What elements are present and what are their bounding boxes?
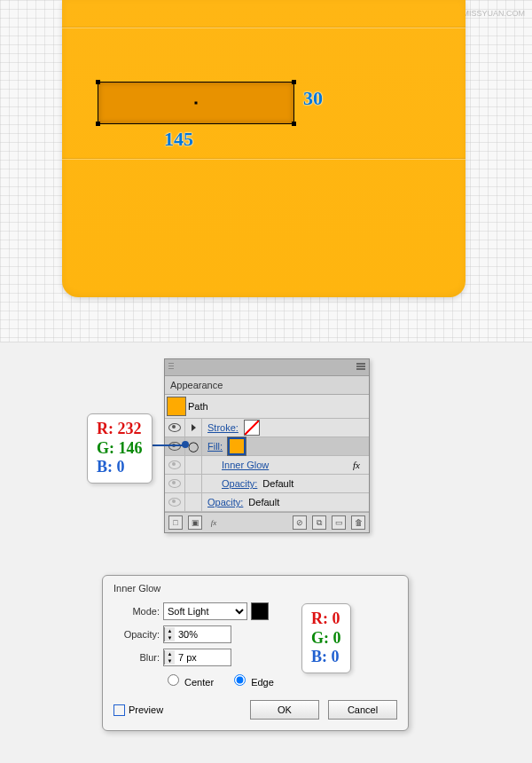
blur-input[interactable] xyxy=(175,650,231,665)
stroke-label[interactable]: Stroke: xyxy=(207,422,239,433)
blur-label: Blur: xyxy=(113,652,160,663)
dialog-title: Inner Glow xyxy=(113,583,397,594)
opacity-field[interactable]: ▲▼ xyxy=(163,625,231,643)
fill-label[interactable]: Fill: xyxy=(207,441,223,452)
effect-name[interactable]: Inner Glow xyxy=(222,460,269,470)
object-opacity-row[interactable]: Opacity: Default xyxy=(165,493,369,512)
fx-icon[interactable]: fx xyxy=(353,460,364,470)
visibility-eye-icon[interactable] xyxy=(168,479,181,488)
width-annotation: 145 xyxy=(164,128,193,151)
new-icon[interactable]: ▭ xyxy=(332,515,346,530)
selected-rectangle[interactable] xyxy=(98,82,294,124)
appearance-panel[interactable]: Appearance Path Stroke: ◯ Fill: xyxy=(164,358,370,533)
visibility-eye-icon[interactable] xyxy=(168,498,181,507)
edge-radio[interactable]: Edge xyxy=(230,672,274,688)
glow-rgb-annotation: R: 0 G: 0 B: 0 xyxy=(301,603,351,673)
panel-footer: □ ▣ fx ⊘ ⧉ ▭ 🗑 xyxy=(165,512,369,532)
opacity-value: Default xyxy=(262,478,293,489)
clear-icon[interactable]: ⊘ xyxy=(293,515,307,530)
glow-color-swatch[interactable] xyxy=(251,602,269,620)
resize-handle[interactable] xyxy=(96,122,100,126)
panel-tab-bar[interactable] xyxy=(165,359,369,376)
visibility-eye-icon[interactable] xyxy=(168,460,181,469)
artwork-card[interactable]: 145 30 xyxy=(62,0,466,297)
effect-row[interactable]: Inner Glow fx xyxy=(165,456,369,475)
opacity-input[interactable] xyxy=(175,627,231,641)
fill-row[interactable]: ◯ Fill: xyxy=(165,437,369,456)
object-swatch[interactable] xyxy=(167,397,186,416)
visibility-eye-icon[interactable] xyxy=(168,442,181,451)
height-annotation: 30 xyxy=(303,87,323,110)
object-type-label: Path xyxy=(188,397,208,415)
mode-label: Mode: xyxy=(113,606,160,617)
panel-title: Appearance xyxy=(165,376,369,395)
fold-line xyxy=(62,158,466,160)
visibility-eye-icon[interactable] xyxy=(168,423,181,432)
appearance-object-row[interactable]: Path xyxy=(165,395,369,419)
panel-grip-icon[interactable] xyxy=(168,363,174,371)
new-art-icon[interactable]: □ xyxy=(168,515,183,530)
layers-icon[interactable]: ▣ xyxy=(188,515,202,530)
checkbox-icon[interactable] xyxy=(113,704,125,716)
center-point[interactable] xyxy=(195,102,198,105)
ok-button[interactable]: OK xyxy=(250,700,319,720)
callout-dot xyxy=(182,441,189,448)
fill-opacity-row[interactable]: Opacity: Default xyxy=(165,475,369,493)
opacity-label[interactable]: Opacity: xyxy=(207,497,243,507)
step-up-icon[interactable]: ▲ xyxy=(164,650,175,657)
opacity-value: Default xyxy=(248,497,279,507)
fill-rgb-annotation: R: 232 G: 146 B: 0 xyxy=(87,413,153,484)
opacity-label: Opacity: xyxy=(113,629,160,640)
fill-swatch[interactable] xyxy=(228,437,246,455)
triangle-icon xyxy=(192,424,196,431)
preview-checkbox[interactable]: Preview xyxy=(113,704,163,716)
stroke-row[interactable]: Stroke: xyxy=(165,419,369,437)
expand-toggle[interactable] xyxy=(185,419,202,437)
mode-select[interactable]: Soft Light xyxy=(163,602,247,620)
resize-handle[interactable] xyxy=(96,80,100,84)
step-down-icon[interactable]: ▼ xyxy=(164,657,175,665)
blur-field[interactable]: ▲▼ xyxy=(163,649,231,666)
panels-area: Appearance Path Stroke: ◯ Fill: xyxy=(0,342,532,763)
step-down-icon[interactable]: ▼ xyxy=(164,634,175,641)
opacity-label[interactable]: Opacity: xyxy=(222,478,257,489)
cancel-button[interactable]: Cancel xyxy=(328,700,397,720)
resize-handle[interactable] xyxy=(292,122,296,126)
inner-glow-dialog[interactable]: Inner Glow Mode: Soft Light Opacity: ▲▼ … xyxy=(102,575,409,731)
center-radio[interactable]: Center xyxy=(163,672,214,688)
step-up-icon[interactable]: ▲ xyxy=(164,627,175,634)
resize-handle[interactable] xyxy=(292,80,296,84)
stroke-swatch-none[interactable] xyxy=(244,420,260,436)
canvas-area[interactable]: 思缘设计论坛 WWW.MISSYUAN.COM 145 30 xyxy=(0,0,532,342)
duplicate-icon[interactable]: ⧉ xyxy=(312,515,326,530)
trash-icon[interactable]: 🗑 xyxy=(351,515,365,530)
fx-menu-icon[interactable]: fx xyxy=(207,516,220,529)
fold-line xyxy=(62,27,466,28)
